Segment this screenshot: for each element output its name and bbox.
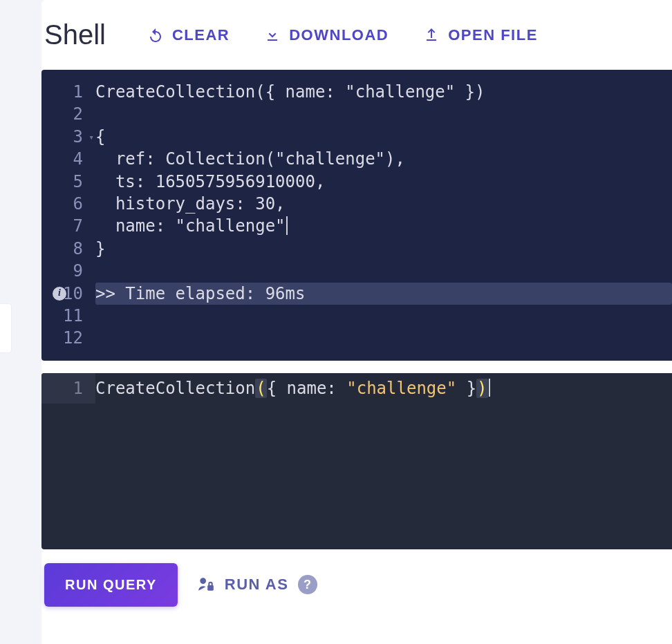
input-row: 1 CreateCollection({ name: "challenge" }… [41,373,672,404]
download-label: DOWNLOAD [289,26,389,44]
line-content: { [95,126,672,148]
output-line: 9 [41,260,672,282]
output-line: 1CreateCollection({ name: "challenge" }) [41,81,672,103]
help-icon[interactable]: ? [298,575,317,594]
upload-icon [423,27,440,44]
svg-rect-1 [207,585,214,591]
line-content: CreateCollection({ name: "challenge" }) [95,81,672,103]
action-bar: RUN QUERY RUN AS ? [41,563,672,607]
line-number: 5 [41,171,95,193]
caret-icon [286,216,288,234]
line-number: 4 [41,148,95,170]
input-line-number: 1 [41,373,95,404]
run-as-button[interactable]: RUN AS ? [197,575,318,594]
line-number: 3▾ [41,126,95,148]
line-content [95,103,672,125]
output-line: 12 [41,327,672,349]
run-query-button[interactable]: RUN QUERY [44,563,178,607]
line-content: name: "challenge" [95,215,672,237]
output-line: 10i>> Time elapsed: 96ms [41,283,672,305]
line-number: 10 [41,283,95,305]
output-line: 11 [41,305,672,327]
undo-icon [147,27,164,44]
info-icon[interactable]: i [53,287,66,301]
line-content [95,305,672,327]
clear-button[interactable]: CLEAR [147,26,230,44]
line-number: 9 [41,260,95,282]
line-content: history_days: 30, [95,193,672,215]
output-line: 3▾{ [41,126,672,148]
line-content [95,327,672,349]
shell-header: Shell CLEAR DOWNLOAD OPEN FILE [41,19,672,50]
input-pane[interactable]: 1 CreateCollection({ name: "challenge" }… [41,373,672,549]
page-title: Shell [44,19,106,50]
left-edge-stub [0,304,11,352]
open-file-label: OPEN FILE [448,26,538,44]
output-line: 4 ref: Collection("challenge"), [41,148,672,170]
line-content: ts: 1650575956910000, [95,171,672,193]
output-pane[interactable]: 1CreateCollection({ name: "challenge" })… [41,70,672,361]
open-file-button[interactable]: OPEN FILE [423,26,538,44]
line-content: ref: Collection("challenge"), [95,148,672,170]
input-content[interactable]: CreateCollection({ name: "challenge" }) [95,373,672,404]
line-content: >> Time elapsed: 96ms [95,283,672,305]
line-content: } [95,238,672,260]
fold-caret-icon[interactable]: ▾ [88,131,94,144]
clear-label: CLEAR [172,26,230,44]
download-icon [264,27,281,44]
download-button[interactable]: DOWNLOAD [264,26,389,44]
line-number: 1 [41,81,95,103]
line-number: 2 [41,103,95,125]
svg-point-0 [200,578,206,584]
line-number: 7 [41,215,95,237]
output-line: 5 ts: 1650575956910000, [41,171,672,193]
open-paren-highlight: ( [255,379,266,398]
line-content [95,260,672,282]
user-lock-icon [197,576,215,594]
line-number: 11 [41,305,95,327]
line-number: 6 [41,193,95,215]
line-number: 12 [41,327,95,349]
output-line: 6 history_days: 30, [41,193,672,215]
caret-icon [489,379,490,397]
shell-panel: Shell CLEAR DOWNLOAD OPEN FILE 1CreateCo… [41,0,672,644]
close-paren-highlight: ) [476,379,487,398]
output-line: 2 [41,103,672,125]
output-line: 8} [41,238,672,260]
output-line: 7 name: "challenge" [41,215,672,237]
run-as-label: RUN AS [225,576,289,594]
line-number: 8 [41,238,95,260]
